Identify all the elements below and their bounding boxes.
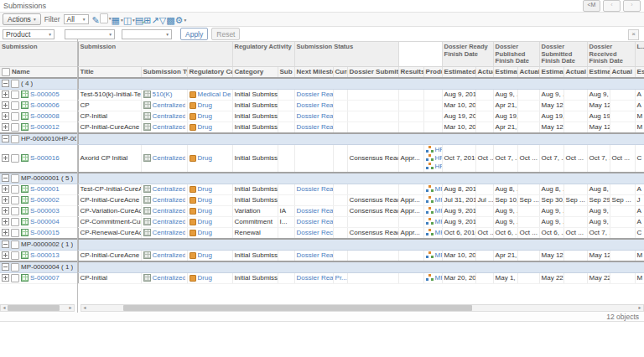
submission-type-link[interactable]: Centralized P... — [153, 154, 185, 162]
current-link[interactable]: Pr... — [335, 274, 347, 282]
column-header[interactable]: Actual — [564, 66, 587, 78]
collapse-applet-button[interactable]: <M — [583, 0, 600, 12]
submission-name-link[interactable]: S-000013 — [30, 251, 60, 259]
collapse-group-icon[interactable] — [2, 174, 9, 182]
regulatory-category-link[interactable]: Drug — [198, 207, 212, 215]
product-link[interactable]: MP-C — [435, 218, 443, 225]
submission-type-link[interactable]: Centralized P... — [153, 274, 185, 282]
submission-type-link[interactable]: Centralized P... — [153, 112, 185, 120]
edit-pencil-icon[interactable]: ✎ — [92, 15, 100, 25]
submission-type-link[interactable]: 510(K) — [153, 91, 173, 98]
product-link[interactable]: MP-C — [435, 229, 443, 236]
row-checkbox[interactable] — [11, 196, 19, 204]
next-milestone-link[interactable]: Dossier Ready — [297, 218, 334, 225]
scrollbar-thumb[interactable] — [123, 305, 472, 311]
column-header[interactable]: Current ... — [333, 66, 347, 78]
row-checkbox[interactable] — [11, 91, 19, 99]
column-header[interactable]: Dossier Submitted — [347, 66, 398, 78]
expand-row-icon[interactable] — [2, 251, 9, 259]
apply-button[interactable]: Apply — [180, 28, 208, 40]
column-header[interactable]: Category — [232, 66, 278, 78]
submission-type-link[interactable]: Centralized P... — [153, 229, 185, 236]
column-header[interactable]: Title — [78, 66, 141, 78]
row-checkbox[interactable] — [11, 185, 19, 194]
expand-row-icon[interactable] — [2, 123, 9, 131]
next-milestone-link[interactable]: Dossier Ready — [297, 112, 334, 120]
column-header[interactable]: Estimated — [442, 66, 475, 78]
group-checkbox[interactable] — [11, 263, 19, 272]
collapse-group-icon[interactable] — [2, 263, 9, 271]
regulatory-category-link[interactable]: Drug — [198, 154, 212, 162]
scrollbar-track[interactable] — [88, 305, 636, 311]
product-link[interactable]: HP-0 — [435, 146, 443, 153]
next-milestone-link[interactable]: Dossier Ready — [297, 251, 334, 259]
column-header[interactable]: Actual — [475, 66, 493, 78]
group-checkbox[interactable] — [11, 135, 19, 143]
expand-row-icon[interactable] — [2, 185, 9, 193]
next-milestone-link[interactable]: Dossier Recei... — [297, 229, 334, 236]
regulatory-category-link[interactable]: Drug — [198, 218, 212, 225]
column-header[interactable]: Estimated — [635, 66, 644, 78]
submission-name-link[interactable]: S-000012 — [30, 123, 60, 131]
next-milestone-link[interactable]: Dossier Ready — [297, 207, 334, 215]
filter-funnel-icon[interactable]: ▽ — [159, 15, 166, 25]
product-link[interactable]: MP-C — [435, 196, 443, 204]
expand-row-icon[interactable] — [2, 274, 9, 282]
regulatory-category-link[interactable]: Drug — [198, 274, 212, 282]
collapse-group-icon[interactable] — [2, 241, 9, 248]
regulatory-category-link[interactable]: Drug — [198, 101, 212, 109]
row-checkbox[interactable] — [11, 274, 19, 282]
product-link[interactable]: HP-0 — [435, 154, 443, 162]
row-checkbox[interactable] — [11, 123, 19, 132]
regulatory-category-link[interactable]: Drug — [198, 229, 212, 236]
export-icon[interactable]: ↗ — [151, 15, 158, 25]
add-record-icon[interactable]: ⊞ — [143, 15, 151, 25]
regulatory-category-link[interactable]: Drug — [198, 196, 212, 204]
scroll-right-icon[interactable]: ► — [67, 305, 74, 311]
actions-menu-button[interactable]: Actions ▾ — [3, 13, 41, 25]
filter-select[interactable]: All ▾ — [64, 14, 89, 24]
submission-name-link[interactable]: S-000005 — [30, 91, 60, 98]
submission-name-link[interactable]: S-000007 — [30, 274, 60, 282]
row-checkbox[interactable] — [11, 251, 19, 260]
scroll-right-icon[interactable]: ► — [636, 305, 643, 311]
columns-displayed-icon[interactable]: ◫▾ — [123, 15, 135, 25]
previous-applet-button[interactable]: ‹ — [603, 0, 621, 12]
submission-name-link[interactable]: S-000016 — [30, 154, 60, 162]
row-checkbox[interactable] — [11, 207, 19, 215]
main-pane-scrollbar[interactable]: ◄ ► — [80, 304, 644, 312]
scroll-left-icon[interactable]: ◄ — [81, 305, 88, 311]
column-header[interactable]: Next Milestone — [294, 66, 333, 78]
expand-row-icon[interactable] — [2, 101, 9, 109]
expand-row-icon[interactable] — [2, 218, 9, 225]
query-field-select-3[interactable]: ▾ — [122, 29, 172, 39]
next-applet-button[interactable]: › — [623, 0, 641, 12]
submission-type-link[interactable]: Centralized P... — [153, 251, 185, 259]
submission-name-link[interactable]: S-000001 — [30, 185, 60, 193]
group-checkbox[interactable] — [11, 241, 19, 249]
column-header[interactable]: Product — [423, 66, 442, 78]
regulatory-category-link[interactable]: Drug — [198, 112, 212, 120]
frozen-pane-scrollbar[interactable]: ◄ ► — [0, 304, 75, 312]
column-header[interactable]: Sub ... — [278, 66, 294, 78]
submission-name-link[interactable]: S-000004 — [30, 218, 60, 225]
submission-name-link[interactable]: S-000002 — [30, 196, 60, 204]
row-checkbox[interactable] — [11, 101, 19, 110]
submission-type-link[interactable]: Centralized P... — [153, 123, 185, 131]
table-settings-icon[interactable]: ▦▾ — [112, 15, 123, 25]
row-checkbox[interactable] — [11, 112, 19, 121]
next-milestone-link[interactable]: Dossier Ready — [297, 274, 334, 282]
submission-name-link[interactable]: S-000006 — [30, 101, 60, 109]
expand-row-icon[interactable] — [2, 91, 9, 98]
product-link[interactable]: MP-C — [435, 251, 443, 259]
select-all-checkbox[interactable] — [2, 68, 10, 76]
expand-row-icon[interactable] — [2, 229, 9, 236]
submission-type-link[interactable]: Centralized P... — [153, 101, 185, 109]
query-field-select-2[interactable]: ▾ — [65, 29, 115, 39]
reset-button[interactable]: Reset — [211, 28, 240, 40]
save-layout-icon[interactable]: ▤✓ — [135, 15, 143, 25]
new-record-icon[interactable]: ▾ — [100, 13, 112, 23]
product-link[interactable]: MP-C — [435, 185, 443, 193]
submission-type-link[interactable]: Centralized P... — [153, 196, 185, 204]
row-checkbox[interactable] — [11, 229, 19, 237]
